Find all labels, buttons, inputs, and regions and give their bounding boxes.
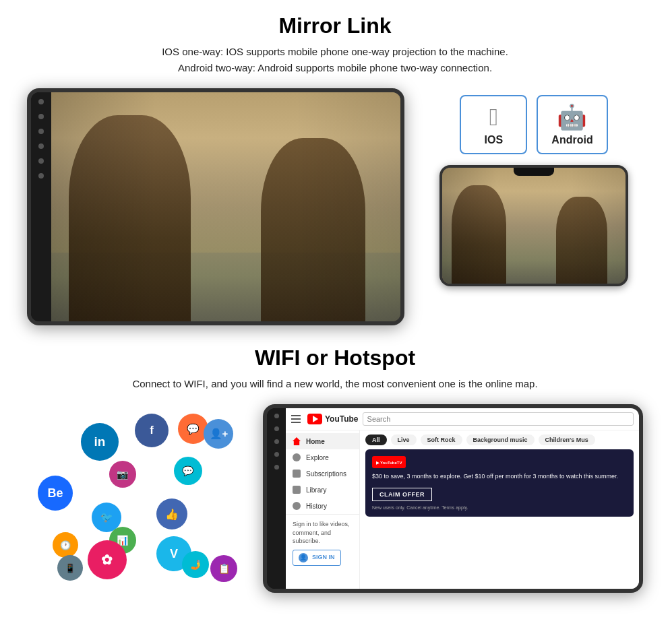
chip-live[interactable]: Live [391, 434, 417, 445]
social-bubble-12: 📱 [57, 555, 83, 581]
phone-connector [626, 222, 628, 229]
yt-signin-area: Sign in to like videos, comment, and sub… [286, 514, 359, 571]
nav-item-explore[interactable]: Explore [286, 449, 359, 465]
car-screen-image [51, 92, 400, 321]
home-icon [293, 437, 301, 445]
social-bubble-4: Be [38, 476, 73, 511]
android-icon: 🤖 [551, 103, 592, 131]
social-bubble-0: in [81, 423, 119, 461]
social-bubble-5: 📷 [109, 461, 136, 488]
signin-button[interactable]: 👤 SIGN IN [293, 550, 341, 566]
yt-promo-header [372, 456, 627, 468]
platform-logos:  IOS 🤖 Android [425, 95, 643, 154]
mirror-link-section: Mirror Link IOS one-way: IOS supports mo… [27, 13, 643, 325]
android-logo-box: 🤖 Android [537, 95, 607, 154]
nav-subscriptions-label: Subscriptions [306, 470, 346, 478]
youtube-logo-text: YouTube [325, 414, 359, 424]
sidebar-dot-1 [38, 99, 44, 104]
phone-screen-image [442, 168, 626, 284]
yt-header: YouTube [286, 408, 639, 430]
nav-home-label: Home [306, 438, 325, 445]
youtube-logo: YouTube [307, 414, 359, 424]
social-bubble-14: 🤳 [182, 551, 209, 578]
apple-icon:  [475, 103, 512, 131]
android-label: Android [551, 134, 592, 146]
nav-item-home[interactable]: Home [286, 433, 359, 449]
library-icon [293, 486, 301, 494]
subscriptions-icon [293, 470, 301, 478]
signin-user-icon: 👤 [299, 553, 308, 562]
social-bubble-9: 🕐 [53, 532, 78, 558]
social-bubble-3: 👤+ [204, 419, 233, 449]
yt-promo-card: $30 to save, 3 months to explore. Get $1… [365, 449, 634, 517]
social-bubble-15: 📋 [210, 555, 237, 582]
claim-offer-button[interactable]: CLAIM OFFER [372, 488, 432, 501]
sidebar-dot-6 [38, 173, 44, 179]
youtube-search-input[interactable] [363, 412, 634, 426]
social-icons-container: inf💬👤+Be📷💬🐦👍🕐📊V📱✿🤳📋 [27, 404, 243, 593]
sidebar-dot-2 [38, 114, 44, 119]
chip-soft-rock[interactable]: Soft Rock [421, 434, 462, 445]
ios-label: IOS [485, 134, 504, 146]
signin-btn-label: SIGN IN [312, 553, 335, 562]
mirror-link-content:  IOS 🤖 Android [27, 88, 643, 325]
explore-icon [293, 453, 301, 461]
nav-history-label: History [306, 503, 327, 510]
hamburger-icon[interactable] [291, 415, 301, 423]
social-bubble-1: f [135, 414, 169, 447]
chip-childrens[interactable]: Children's Mus [539, 434, 595, 445]
ios-logo-box:  IOS [460, 95, 527, 154]
sidebar-dot-4 [38, 143, 44, 149]
signin-prompt-text: Sign in to like videos, comment, and sub… [293, 521, 350, 544]
yt-main: YouTube Home [286, 408, 639, 589]
yt-sidebar-dot-3 [274, 439, 279, 444]
nav-item-subscriptions[interactable]: Subscriptions [286, 465, 359, 482]
wifi-title: WIFI or Hotspot [27, 346, 643, 371]
yt-sidebar-dot-1 [274, 414, 279, 418]
social-bubble-8: 👍 [156, 498, 187, 529]
phone-container:  IOS 🤖 Android [425, 88, 643, 286]
nav-explore-label: Explore [306, 454, 329, 461]
mirror-link-title: Mirror Link [27, 13, 643, 38]
yt-navigation: Home Explore Subscriptions [286, 430, 360, 589]
sidebar-dot-5 [38, 158, 44, 164]
phone-notch [514, 168, 554, 176]
yt-sidebar [267, 408, 286, 589]
mirror-link-desc: IOS one-way: IOS supports mobile phone o… [27, 44, 643, 76]
yt-content-area: All Live Soft Rock Background music Chil… [360, 430, 639, 589]
phone-screen [439, 165, 628, 286]
car-screen-sidebar [31, 92, 51, 321]
yt-promo-text: $30 to save, 3 months to explore. Get $1… [372, 472, 627, 482]
yt-body: Home Explore Subscriptions [286, 430, 639, 589]
yt-sidebar-dot-2 [274, 426, 279, 431]
youtube-play-icon [307, 414, 322, 424]
yt-chips-row: All Live Soft Rock Background music Chil… [360, 430, 639, 449]
youtubetv-logo [372, 456, 406, 468]
wifi-section: WIFI or Hotspot Connect to WIFI, and you… [27, 346, 643, 593]
history-icon [293, 502, 301, 510]
youtube-screen: YouTube Home [263, 404, 643, 593]
nav-item-library[interactable]: Library [286, 482, 359, 498]
yt-inner: YouTube Home [267, 408, 639, 589]
car-screen-display [27, 88, 404, 325]
page-root: Mirror Link IOS one-way: IOS supports mo… [0, 0, 670, 606]
chip-background-music[interactable]: Background music [466, 434, 535, 445]
sidebar-dot-3 [38, 129, 44, 134]
wifi-content: inf💬👤+Be📷💬🐦👍🕐📊V📱✿🤳📋 [27, 404, 643, 593]
wifi-desc: Connect to WIFI, and you will find a new… [27, 376, 643, 392]
yt-sidebar-dot-5 [274, 465, 279, 470]
social-bubble-13: ✿ [88, 540, 127, 579]
social-bubble-6: 💬 [174, 457, 202, 485]
nav-library-label: Library [306, 486, 327, 494]
nav-item-history[interactable]: History [286, 498, 359, 514]
yt-promo-fine-print: New users only. Cancel anytime. Terms ap… [372, 505, 627, 510]
chip-all[interactable]: All [365, 434, 387, 445]
yt-sidebar-dot-4 [274, 452, 279, 457]
